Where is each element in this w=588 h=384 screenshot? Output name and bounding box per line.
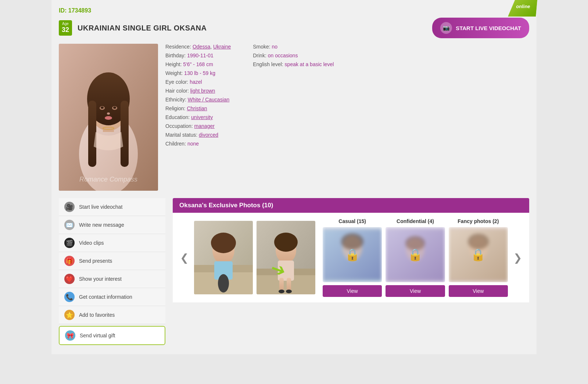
svg-point-30 [286, 290, 292, 293]
residence-city-link[interactable]: Odessa [193, 44, 210, 50]
category-confidential: Confidential (4) [386, 218, 445, 297]
svg-point-18 [211, 233, 236, 253]
action-video-clips[interactable]: 🎬 Video clips [59, 234, 165, 252]
svg-rect-5 [88, 101, 96, 167]
message-icon: ✉️ [64, 220, 75, 230]
ethnicity-link[interactable]: White / Caucasian [188, 97, 230, 103]
photos-carousel: ❮ [173, 213, 529, 302]
fancy-thumb: 🔒 [449, 227, 508, 282]
detail-marital: Marital status: divorced [165, 132, 231, 138]
hair-link[interactable]: light brown [190, 88, 215, 94]
action-send-presents[interactable]: 🎁 Send presents [59, 252, 165, 270]
education-link[interactable]: university [191, 114, 213, 120]
fancy-view-button[interactable]: View [449, 285, 508, 297]
detail-eye: Eye color: hazel [165, 79, 231, 85]
svg-point-39 [468, 234, 489, 250]
details-left: Residence: Odessa, Ukraine Birthday: 199… [165, 44, 231, 147]
confidential-view-button[interactable]: View [386, 285, 445, 297]
detail-weight: Weight: 130 lb - 59 kg [165, 70, 231, 76]
detail-english: English level: speak at a basic level [253, 61, 334, 67]
svg-point-12 [105, 116, 112, 120]
svg-point-9 [101, 107, 104, 109]
svg-rect-6 [121, 101, 129, 167]
detail-children: Children: none [165, 141, 231, 147]
page-wrapper: online ID: 1734893 Age 32 UKRAINIAN SING… [51, 0, 537, 354]
star-icon: ⭐ [64, 310, 75, 320]
religion-link[interactable]: Christian [187, 105, 207, 111]
heart-icon: ❤️ [64, 274, 75, 284]
profile-details: Residence: Odessa, Ukraine Birthday: 199… [165, 44, 529, 191]
svg-rect-28 [287, 278, 291, 291]
action-send-virtual-gift[interactable]: 🎀 Send virtual gift [59, 326, 165, 345]
residence-country-link[interactable]: Ukraine [213, 44, 231, 50]
category-casual: Casual (15) [323, 218, 382, 297]
age-badge: Age 32 [59, 20, 72, 36]
photo-watermark: Romance Compass [79, 176, 137, 183]
casual-lock-icon: 🔒 [345, 248, 360, 262]
online-badge: online [508, 0, 537, 17]
action-add-favorites[interactable]: ⭐ Add to favorites [59, 306, 165, 324]
action-get-contact[interactable]: 📞 Get contact information [59, 288, 165, 306]
profile-header: Age 32 UKRAINIAN SINGLE GIRL OKSANA 📷 ST… [59, 18, 529, 38]
detail-drink: Drink: on occasions [253, 53, 334, 58]
svg-point-33 [341, 233, 363, 250]
svg-rect-27 [279, 278, 284, 291]
detail-birthday: Birthday: 1990-11-01 [165, 53, 231, 58]
main-area: 🎥 Start live videochat ✉️ Write new mess… [59, 198, 529, 347]
sidebar-actions: 🎥 Start live videochat ✉️ Write new mess… [59, 198, 165, 347]
photos-section: Oksana's Exclusive Photos (10) ❮ [173, 198, 529, 347]
svg-point-11 [107, 112, 110, 115]
carousel-prev-button[interactable]: ❮ [178, 250, 190, 266]
detail-occupation: Occupation: manager [165, 123, 231, 129]
profile-photo-svg [59, 44, 158, 191]
casual-thumb: 🔒 [323, 227, 382, 282]
action-write-message[interactable]: ✉️ Write new message [59, 216, 165, 234]
phone-icon: 📞 [64, 292, 75, 302]
start-videochat-button[interactable]: 📷 START LIVE VIDEOCHAT [432, 18, 529, 38]
action-show-interest[interactable]: ❤️ Show your interest [59, 270, 165, 288]
marital-link[interactable]: divorced [199, 132, 218, 138]
detail-smoke: Smoke: no [253, 44, 334, 50]
detail-religion: Religion: Christian [165, 105, 231, 111]
profile-photo: Romance Compass [59, 44, 158, 191]
fancy-lock-icon: 🔒 [471, 248, 485, 262]
gift-icon: 🎁 [64, 256, 75, 266]
svg-point-10 [113, 107, 116, 109]
virtual-gift-icon: 🎀 [65, 330, 75, 341]
confidential-lock-icon: 🔒 [408, 248, 423, 262]
carousel-next-button[interactable]: ❯ [512, 250, 524, 266]
thumb2-svg [257, 221, 315, 294]
details-right: Smoke: no Drink: on occasions English le… [253, 44, 334, 147]
svg-point-20 [218, 274, 229, 293]
action-start-videochat[interactable]: 🎥 Start live videochat [59, 198, 165, 216]
detail-education: Education: university [165, 114, 231, 120]
camera-icon: 📷 [440, 22, 452, 34]
photo-categories: Casual (15) [323, 218, 508, 297]
video-icon: 🎬 [64, 238, 75, 248]
confidential-thumb: 🔒 [386, 227, 445, 282]
photo-inner [59, 44, 158, 191]
photo-thumb-1[interactable] [194, 221, 253, 294]
svg-rect-26 [278, 261, 294, 281]
svg-point-25 [274, 233, 298, 252]
casual-view-button[interactable]: View [323, 285, 382, 297]
profile-main-area: Romance Compass Residence: Odessa, Ukrai… [59, 44, 529, 191]
photo-thumb-2[interactable] [257, 221, 315, 294]
occupation-link[interactable]: manager [194, 123, 215, 129]
category-fancy: Fancy photos (2) [449, 218, 508, 297]
detail-hair: Hair color: light brown [165, 88, 231, 94]
detail-ethnicity: Ethnicity: White / Caucasian [165, 97, 231, 103]
cam-icon: 🎥 [64, 202, 75, 212]
detail-residence: Residence: Odessa, Ukraine [165, 44, 231, 50]
svg-point-29 [279, 290, 284, 293]
thumb1-svg [194, 221, 253, 294]
profile-id: ID: 1734893 [59, 7, 529, 14]
profile-name: UKRAINIAN SINGLE GIRL OKSANA [78, 24, 207, 32]
photos-title: Oksana's Exclusive Photos (10) [173, 198, 529, 213]
detail-height: Height: 5'6" - 168 cm [165, 61, 231, 67]
